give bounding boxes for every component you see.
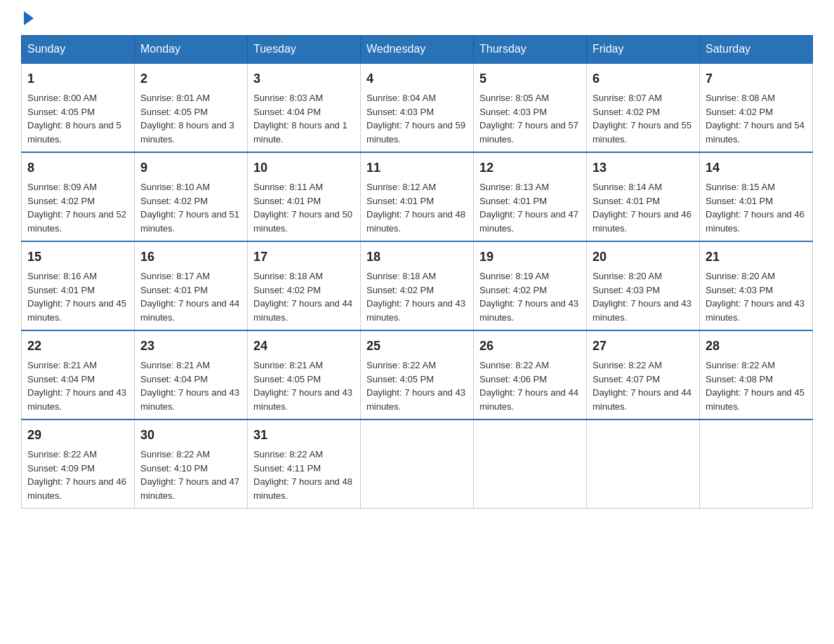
sunset-label: Sunset: 4:02 PM xyxy=(479,285,547,295)
sunrise-label: Sunrise: 8:01 AM xyxy=(140,93,210,103)
daylight-label: Daylight: 7 hours and 59 minutes. xyxy=(366,120,465,145)
sunrise-label: Sunrise: 8:17 AM xyxy=(140,271,210,281)
day-number: 16 xyxy=(140,248,241,267)
sunset-label: Sunset: 4:02 PM xyxy=(27,196,95,206)
calendar-cell: 16Sunrise: 8:17 AMSunset: 4:01 PMDayligh… xyxy=(135,241,248,330)
day-number: 5 xyxy=(479,69,581,88)
sunrise-label: Sunrise: 8:14 AM xyxy=(593,182,662,192)
day-number: 18 xyxy=(366,248,468,267)
calendar-cell: 15Sunrise: 8:16 AMSunset: 4:01 PMDayligh… xyxy=(22,241,135,330)
calendar-cell: 19Sunrise: 8:19 AMSunset: 4:02 PMDayligh… xyxy=(474,241,587,330)
sunset-label: Sunset: 4:01 PM xyxy=(366,196,434,206)
sunrise-label: Sunrise: 8:21 AM xyxy=(27,360,97,370)
calendar-cell: 7Sunrise: 8:08 AMSunset: 4:02 PMDaylight… xyxy=(700,63,813,152)
daylight-label: Daylight: 7 hours and 55 minutes. xyxy=(593,120,691,145)
sunset-label: Sunset: 4:03 PM xyxy=(706,285,773,295)
sunrise-label: Sunrise: 8:22 AM xyxy=(253,449,323,459)
day-number: 14 xyxy=(706,159,807,177)
calendar-cell: 10Sunrise: 8:11 AMSunset: 4:01 PMDayligh… xyxy=(248,152,361,241)
calendar-cell: 30Sunrise: 8:22 AMSunset: 4:10 PMDayligh… xyxy=(135,420,248,509)
daylight-label: Daylight: 7 hours and 48 minutes. xyxy=(366,209,465,234)
daylight-label: Daylight: 7 hours and 43 minutes. xyxy=(706,298,805,323)
sunset-label: Sunset: 4:05 PM xyxy=(140,107,208,117)
day-number: 26 xyxy=(479,337,581,356)
day-number: 15 xyxy=(27,248,128,267)
calendar-cell xyxy=(474,420,587,509)
sunset-label: Sunset: 4:02 PM xyxy=(593,107,660,117)
daylight-label: Daylight: 8 hours and 1 minute. xyxy=(253,120,348,145)
calendar-cell xyxy=(587,420,700,509)
daylight-label: Daylight: 7 hours and 43 minutes. xyxy=(479,298,578,323)
sunset-label: Sunset: 4:02 PM xyxy=(706,107,773,117)
sunrise-label: Sunrise: 8:16 AM xyxy=(27,271,97,281)
sunrise-label: Sunrise: 8:00 AM xyxy=(27,93,97,103)
calendar-cell: 22Sunrise: 8:21 AMSunset: 4:04 PMDayligh… xyxy=(22,330,135,420)
day-number: 1 xyxy=(27,69,128,88)
daylight-label: Daylight: 7 hours and 48 minutes. xyxy=(253,476,352,501)
daylight-label: Daylight: 7 hours and 43 minutes. xyxy=(140,387,239,412)
calendar-week-2: 8Sunrise: 8:09 AMSunset: 4:02 PMDaylight… xyxy=(22,152,813,241)
daylight-label: Daylight: 7 hours and 45 minutes. xyxy=(706,387,805,412)
calendar-cell: 5Sunrise: 8:05 AMSunset: 4:03 PMDaylight… xyxy=(474,63,587,152)
daylight-label: Daylight: 7 hours and 52 minutes. xyxy=(27,209,126,234)
sunset-label: Sunset: 4:03 PM xyxy=(366,107,434,117)
calendar-header-row: SundayMondayTuesdayWednesdayThursdayFrid… xyxy=(22,36,813,64)
day-number: 27 xyxy=(593,337,694,356)
sunrise-label: Sunrise: 8:22 AM xyxy=(479,360,549,370)
day-header-sunday: Sunday xyxy=(22,36,135,64)
sunrise-label: Sunrise: 8:10 AM xyxy=(140,182,210,192)
day-header-friday: Friday xyxy=(587,36,700,64)
page-header xyxy=(21,14,813,21)
sunrise-label: Sunrise: 8:22 AM xyxy=(366,360,436,370)
sunset-label: Sunset: 4:01 PM xyxy=(593,196,660,206)
calendar-cell: 9Sunrise: 8:10 AMSunset: 4:02 PMDaylight… xyxy=(135,152,248,241)
sunset-label: Sunset: 4:04 PM xyxy=(140,374,208,384)
calendar-cell: 12Sunrise: 8:13 AMSunset: 4:01 PMDayligh… xyxy=(474,152,587,241)
day-header-thursday: Thursday xyxy=(474,36,587,64)
day-header-tuesday: Tuesday xyxy=(248,36,361,64)
daylight-label: Daylight: 7 hours and 50 minutes. xyxy=(253,209,352,234)
daylight-label: Daylight: 7 hours and 43 minutes. xyxy=(366,387,465,412)
sunrise-label: Sunrise: 8:18 AM xyxy=(253,271,323,281)
sunset-label: Sunset: 4:03 PM xyxy=(593,285,660,295)
sunset-label: Sunset: 4:02 PM xyxy=(140,196,208,206)
daylight-label: Daylight: 7 hours and 43 minutes. xyxy=(253,387,352,412)
daylight-label: Daylight: 7 hours and 47 minutes. xyxy=(479,209,578,234)
sunrise-label: Sunrise: 8:12 AM xyxy=(366,182,436,192)
sunset-label: Sunset: 4:05 PM xyxy=(366,374,434,384)
sunset-label: Sunset: 4:04 PM xyxy=(27,374,95,384)
calendar-cell: 21Sunrise: 8:20 AMSunset: 4:03 PMDayligh… xyxy=(700,241,813,330)
calendar-cell: 29Sunrise: 8:22 AMSunset: 4:09 PMDayligh… xyxy=(22,420,135,509)
daylight-label: Daylight: 7 hours and 57 minutes. xyxy=(479,120,578,145)
calendar-cell: 4Sunrise: 8:04 AMSunset: 4:03 PMDaylight… xyxy=(361,63,474,152)
sunset-label: Sunset: 4:03 PM xyxy=(479,107,547,117)
daylight-label: Daylight: 7 hours and 54 minutes. xyxy=(706,120,805,145)
calendar-cell: 26Sunrise: 8:22 AMSunset: 4:06 PMDayligh… xyxy=(474,330,587,420)
sunrise-label: Sunrise: 8:09 AM xyxy=(27,182,97,192)
day-number: 8 xyxy=(27,159,128,177)
day-number: 29 xyxy=(27,426,128,445)
day-header-wednesday: Wednesday xyxy=(361,36,474,64)
calendar-cell: 23Sunrise: 8:21 AMSunset: 4:04 PMDayligh… xyxy=(135,330,248,420)
daylight-label: Daylight: 7 hours and 46 minutes. xyxy=(27,476,126,501)
calendar-cell: 6Sunrise: 8:07 AMSunset: 4:02 PMDaylight… xyxy=(587,63,700,152)
sunrise-label: Sunrise: 8:18 AM xyxy=(366,271,436,281)
sunrise-label: Sunrise: 8:20 AM xyxy=(706,271,775,281)
daylight-label: Daylight: 7 hours and 47 minutes. xyxy=(140,476,239,501)
day-number: 28 xyxy=(706,337,807,356)
sunrise-label: Sunrise: 8:05 AM xyxy=(479,93,549,103)
day-number: 23 xyxy=(140,337,241,356)
daylight-label: Daylight: 7 hours and 43 minutes. xyxy=(27,387,126,412)
sunset-label: Sunset: 4:10 PM xyxy=(140,463,208,474)
daylight-label: Daylight: 7 hours and 46 minutes. xyxy=(593,209,691,234)
daylight-label: Daylight: 7 hours and 45 minutes. xyxy=(27,298,126,323)
sunset-label: Sunset: 4:04 PM xyxy=(253,107,321,117)
sunset-label: Sunset: 4:06 PM xyxy=(479,374,547,384)
day-number: 22 xyxy=(27,337,128,356)
day-number: 12 xyxy=(479,159,581,177)
logo-general-text xyxy=(21,14,34,25)
sunset-label: Sunset: 4:05 PM xyxy=(27,107,95,117)
sunrise-label: Sunrise: 8:20 AM xyxy=(593,271,662,281)
day-number: 21 xyxy=(706,248,807,267)
sunset-label: Sunset: 4:05 PM xyxy=(253,374,321,384)
